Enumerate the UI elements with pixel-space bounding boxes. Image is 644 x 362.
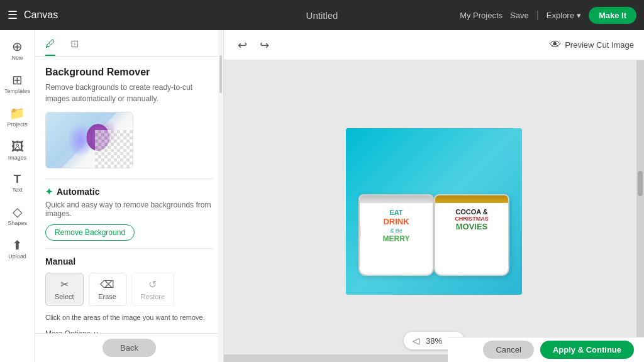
shapes-icon: ◇ (13, 206, 22, 218)
cancel-button[interactable]: Cancel (483, 341, 533, 359)
mug-left-rim (360, 195, 433, 203)
crop-tab-icon: ⊡ (70, 38, 79, 50)
redo-button[interactable]: ↪ (256, 36, 273, 55)
panel-content: Background Remover Remove backgrounds to… (35, 57, 223, 333)
hamburger-menu-icon[interactable]: ☰ (8, 8, 18, 22)
panel-scrollbar-thumb (219, 55, 222, 93)
section-desc: Remove backgrounds to create ready-to-cu… (45, 82, 213, 104)
canvas-image: EAT DRINK & Be MERRY COCOA & CHRISTMAS (346, 128, 522, 295)
sidebar-icons: ⊕ New ⊞ Templates 📁 Projects 🖼 Images T … (0, 30, 35, 362)
new-icon: ⊕ (12, 40, 23, 53)
panel-tabs: 🖊 ⊡ (35, 30, 223, 57)
automatic-label: Automatic (57, 187, 99, 197)
canvas-toolbar: ↩ ↪ 👁 Preview Cut Image (224, 30, 644, 60)
sidebar-item-text[interactable]: T Text (3, 168, 33, 198)
preview-cut-button[interactable]: 👁 Preview Cut Image (550, 38, 634, 52)
images-icon: 🖼 (11, 140, 24, 153)
panel-scrollbar[interactable] (218, 30, 223, 362)
mug-movies-text: MOVIES (439, 222, 504, 231)
makeit-button[interactable]: Make It (589, 7, 636, 24)
templates-icon: ⊞ (12, 74, 23, 86)
zoom-value: 38% (426, 336, 442, 346)
section-title: Background Remover (45, 67, 213, 78)
tool-hint: Click on the areas of the image you want… (45, 312, 213, 323)
automatic-section: ✦ Automatic Quick and easy way to remove… (45, 187, 213, 241)
mug-drink-text: DRINK (364, 217, 429, 228)
explore-chevron-icon: ▾ (577, 11, 581, 20)
tab-background-remover[interactable]: 🖊 (45, 30, 55, 56)
app-logo: Canvas (24, 9, 58, 21)
erase-icon: ⌫ (100, 278, 114, 290)
mug-and-text: & Be (364, 228, 429, 235)
mug-left: EAT DRINK & Be MERRY (358, 194, 434, 276)
bg-remover-tab-icon: 🖊 (45, 38, 55, 50)
eye-icon: 👁 (550, 38, 561, 52)
mug-left-text: EAT DRINK & Be MERRY (360, 203, 433, 250)
main-layout: ⊕ New ⊞ Templates 📁 Projects 🖼 Images T … (0, 30, 644, 362)
upload-icon: ⬆ (12, 239, 23, 251)
bottom-action-bar: Cancel Apply & Continue (448, 337, 644, 362)
apply-continue-button[interactable]: Apply & Continue (540, 341, 634, 359)
automatic-desc: Quick and easy way to remove backgrounds… (45, 200, 213, 218)
flower-preview-image (45, 112, 133, 168)
select-icon: ✂ (60, 278, 69, 290)
mug-right-rim (435, 195, 508, 203)
text-icon: T (14, 173, 21, 185)
undo-button[interactable]: ↩ (234, 36, 251, 55)
sidebar-item-shapes[interactable]: ◇ Shapes (3, 200, 33, 231)
canvas-scrollbar-right[interactable] (636, 60, 644, 337)
divider-2 (45, 248, 213, 249)
restore-label: Restore (141, 293, 165, 300)
document-title[interactable]: Untitled (306, 10, 338, 21)
tab-crop[interactable]: ⊡ (70, 30, 79, 56)
topbar: ☰ Canvas Untitled My Projects Save | Exp… (0, 0, 644, 30)
mug-bemerry-text: MERRY (364, 234, 429, 244)
sidebar-item-new[interactable]: ⊕ New (3, 35, 33, 66)
panel-footer: Back (35, 333, 223, 362)
mug-cocoa-text: COCOA & (439, 208, 504, 216)
canvas-viewport: EAT DRINK & Be MERRY COCOA & CHRISTMAS (224, 60, 644, 362)
sidebar-item-images[interactable]: 🖼 Images (3, 135, 33, 166)
automatic-icon: ✦ (45, 187, 53, 197)
erase-label: Erase (98, 293, 116, 300)
divider-1 (45, 178, 213, 179)
tool-erase-button[interactable]: ⌫ Erase (89, 273, 126, 306)
zoom-out-button[interactable]: ◁ (410, 334, 422, 347)
mug-eat-text: EAT (364, 208, 429, 217)
mug-christmas-text: CHRISTMAS (439, 216, 504, 222)
undo-redo-group: ↩ ↪ (234, 36, 273, 55)
tool-select-button[interactable]: ✂ Select (45, 273, 84, 306)
topbar-divider: | (536, 9, 539, 21)
sidebar-item-upload[interactable]: ⬆ Upload (3, 234, 33, 265)
sidebar-item-projects[interactable]: 📁 Projects (3, 102, 33, 133)
canvas-scrollbar-right-thumb (638, 171, 643, 196)
tool-restore-button[interactable]: ↺ Restore (131, 273, 175, 306)
canvas-area: ↩ ↪ 👁 Preview Cut Image EAT DRINK (224, 30, 644, 362)
explore-menu[interactable]: Explore ▾ (547, 11, 581, 20)
restore-icon: ↺ (148, 278, 157, 290)
panel: 🖊 ⊡ Background Remover Remove background… (35, 30, 224, 362)
manual-title: Manual (45, 256, 213, 266)
my-projects-link[interactable]: My Projects (460, 11, 502, 20)
mug-right: COCOA & CHRISTMAS MOVIES (434, 194, 509, 276)
select-label: Select (55, 293, 74, 300)
manual-tools: ✂ Select ⌫ Erase ↺ Restore (45, 273, 213, 306)
sidebar-item-templates[interactable]: ⊞ Templates (3, 69, 33, 99)
remove-background-button[interactable]: Remove Background (45, 224, 135, 241)
projects-icon: 📁 (9, 107, 25, 119)
manual-section: Manual ✂ Select ⌫ Erase ↺ Restore Cl (45, 256, 213, 323)
back-button[interactable]: Back (103, 339, 156, 357)
mug-right-text: COCOA & CHRISTMAS MOVIES (435, 203, 508, 236)
mug-scene: EAT DRINK & Be MERRY COCOA & CHRISTMAS (346, 128, 522, 295)
save-button[interactable]: Save (510, 11, 529, 20)
preview-cut-label: Preview Cut Image (565, 40, 634, 50)
